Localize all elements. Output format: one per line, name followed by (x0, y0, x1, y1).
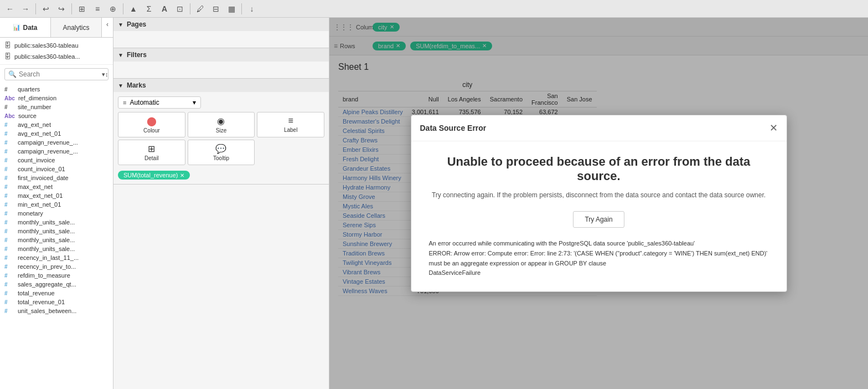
field-type-icon: # (4, 237, 14, 243)
field-type-icon: # (4, 166, 14, 172)
field-name: quarters (18, 86, 40, 93)
try-again-btn[interactable]: Try Again (573, 211, 624, 228)
redo-btn[interactable]: ↪ (55, 2, 68, 16)
left-panel: 📊 Data Analytics ‹ 🗄 public:sales360-tab… (0, 18, 113, 389)
sort-btn[interactable]: A (158, 2, 171, 16)
field-name: monetary (18, 210, 43, 217)
field-type-icon: # (4, 157, 14, 163)
field-item[interactable]: #count_invoice_01 (0, 165, 113, 173)
field-name: monthly_units_sale... (18, 245, 75, 252)
new-extract-btn[interactable]: ≡ (91, 2, 104, 16)
field-item[interactable]: #max_ext_net (0, 182, 113, 191)
new-datasource-btn[interactable]: ⊞ (75, 2, 89, 16)
undo-btn[interactable]: ↩ (39, 2, 53, 16)
field-name: recency_in_prev_to... (18, 263, 76, 270)
marks-header[interactable]: ▼ Marks (113, 79, 329, 92)
tooltip-btn[interactable]: 💬 Tooltip (188, 140, 255, 165)
annotate-btn[interactable]: 🖊 (194, 2, 207, 16)
modal-close-btn[interactable]: ✕ (769, 122, 778, 134)
field-name: total_revenue_01 (18, 299, 65, 305)
field-item[interactable]: #recency_in_last_11_... (0, 253, 113, 262)
label-btn[interactable]: ≡ Label (257, 112, 324, 137)
forward-btn[interactable]: → (19, 2, 32, 16)
field-type-icon: # (4, 281, 14, 288)
fields-list: #quartersAbcref_dimension#site_numberAbc… (0, 84, 113, 389)
field-item[interactable]: #max_ext_net_01 (0, 191, 113, 200)
marks-type-dropdown[interactable]: ≡ Automatic ▾ (118, 96, 201, 109)
field-item[interactable]: Abcref_dimension (0, 94, 113, 103)
datasource-2[interactable]: 🗄 public:sales360-tablea... (4, 51, 108, 62)
pages-header[interactable]: ▼ Pages (113, 18, 329, 31)
field-name: monthly_units_sale... (18, 228, 75, 234)
field-item[interactable]: #recency_in_prev_to... (0, 262, 113, 271)
field-item[interactable]: #unit_sales_between... (0, 306, 113, 315)
sum-total-revenue-pill[interactable]: SUM(total_revenue) ✕ (118, 171, 190, 180)
field-item[interactable]: #total_revenue (0, 289, 113, 298)
collapse-panel-btn[interactable]: ‹ (102, 18, 113, 31)
field-type-icon: # (4, 149, 14, 155)
duplicate-btn[interactable]: ▲ (127, 2, 140, 16)
field-type-icon: # (4, 264, 14, 270)
tab-data[interactable]: 📊 Data (0, 18, 51, 37)
field-item[interactable]: Abcsource (0, 111, 113, 120)
field-item[interactable]: #monthly_units_sale... (0, 218, 113, 227)
sort-asc-btn[interactable]: ↕ (105, 71, 108, 78)
filters-chevron-icon: ▼ (118, 52, 123, 58)
field-item[interactable]: #campaign_revenue_... (0, 147, 113, 156)
tooltip-label: Tooltip (213, 155, 229, 161)
error-modal: Data Source Error ✕ Unable to proceed be… (411, 115, 787, 291)
swap-btn[interactable]: Σ (142, 2, 156, 16)
back-btn[interactable]: ← (3, 2, 17, 16)
field-name: max_ext_net (18, 183, 53, 190)
field-item[interactable]: #avg_ext_net (0, 120, 113, 129)
field-type-icon: # (4, 228, 14, 234)
field-type-icon: # (4, 273, 14, 279)
field-item[interactable]: #refdim_to_measure (0, 271, 113, 280)
marks-type-icon: ≡ (123, 99, 126, 106)
field-name: max_ext_net_01 (18, 192, 63, 199)
datasource-1[interactable]: 🗄 public:sales360-tableau (4, 40, 108, 51)
download-btn[interactable]: ↓ (245, 2, 259, 16)
field-name: site_number (18, 104, 51, 110)
pill-remove-icon[interactable]: ✕ (180, 172, 184, 178)
highlight-btn[interactable]: ⊡ (173, 2, 187, 16)
field-item[interactable]: #monthly_units_sale... (0, 244, 113, 253)
field-item[interactable]: #avg_ext_net_01 (0, 129, 113, 138)
marks-type-row: ≡ Automatic ▾ (118, 96, 324, 109)
ds-label-2: public:sales360-tablea... (14, 53, 80, 60)
size-label: Size (216, 127, 226, 134)
field-item[interactable]: #sales_aggregate_qt... (0, 280, 113, 289)
field-item[interactable]: #total_revenue_01 (0, 298, 113, 306)
field-type-icon: Abc (4, 95, 15, 101)
modal-title: Data Source Error (420, 124, 487, 132)
field-item[interactable]: #campaign_revenue_... (0, 138, 113, 147)
main-layout: 📊 Data Analytics ‹ 🗄 public:sales360-tab… (0, 18, 868, 389)
filters-header[interactable]: ▼ Filters (113, 48, 329, 62)
field-item[interactable]: #min_ext_net_01 (0, 200, 113, 209)
field-item[interactable]: #first_invoiced_date (0, 173, 113, 182)
refresh-btn[interactable]: ⊕ (106, 2, 120, 16)
field-name: sales_aggregate_qt... (18, 281, 76, 288)
field-type-icon: # (4, 104, 14, 110)
size-icon: ◉ (217, 116, 225, 126)
field-name: campaign_revenue_... (18, 139, 78, 146)
field-name: ref_dimension (18, 95, 56, 101)
field-type-icon: Abc (4, 113, 15, 119)
field-item[interactable]: #monetary (0, 209, 113, 218)
grid-btn[interactable]: ▦ (225, 2, 238, 16)
size-btn[interactable]: ◉ Size (188, 112, 255, 137)
colour-btn[interactable]: ⬤ Colour (118, 112, 185, 137)
tab-analytics[interactable]: Analytics (51, 18, 102, 37)
field-item[interactable]: #monthly_units_sale... (0, 227, 113, 236)
detail-btn[interactable]: ⊞ Detail (118, 140, 185, 165)
field-item[interactable]: #count_invoice (0, 156, 113, 165)
format-btn[interactable]: ⊟ (209, 2, 223, 16)
field-type-icon: # (4, 255, 14, 261)
db-icon-2: 🗄 (4, 53, 11, 60)
field-item[interactable]: #monthly_units_sale... (0, 236, 113, 244)
field-item[interactable]: #site_number (0, 103, 113, 111)
search-input[interactable] (19, 70, 102, 78)
field-item[interactable]: #quarters (0, 85, 113, 94)
db-icon-1: 🗄 (4, 42, 11, 49)
marks-content: ≡ Automatic ▾ ⬤ Colour ◉ Size (113, 92, 329, 184)
